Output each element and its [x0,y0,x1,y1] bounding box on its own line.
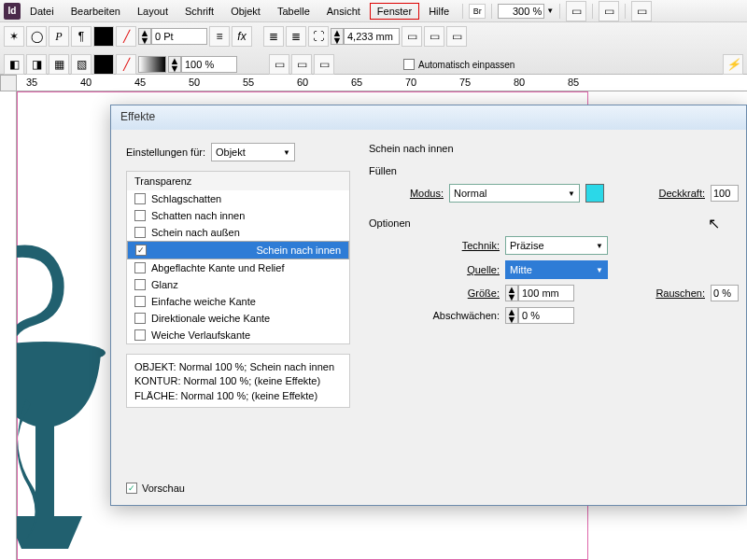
effect-kante-relief[interactable]: Abgeflachte Kante und Relief [127,259,349,276]
char-panel-icon[interactable]: P [49,26,69,47]
group-header[interactable]: Transparenz [127,172,349,190]
tool-icon[interactable]: ◯ [26,26,47,47]
tool-icon[interactable]: ▭ [269,54,289,75]
technique-select[interactable]: Präzise ▼ [505,236,608,255]
tool-icon[interactable]: ▭ [424,26,444,47]
checkbox[interactable] [134,313,146,324]
menu-hilfe[interactable]: Hilfe [421,3,457,20]
zoom-input[interactable] [498,4,544,19]
tool-icon[interactable]: ◧ [4,54,24,75]
spinner-icon[interactable]: ▲▼ [331,28,344,45]
settings-for-label: Einstellungen für: [126,147,205,158]
size-input[interactable]: ▲▼ [505,285,574,301]
fit-frame-icon[interactable]: ⛶ [308,26,329,47]
source-select[interactable]: Mitte ▼ [505,260,608,279]
chevron-down-icon[interactable]: ▼ [546,7,554,15]
chevron-down-icon: ▼ [568,189,575,198]
settings-target-select[interactable]: Objekt ▼ [211,143,295,161]
transparency-group: Transparenz Schlagschatten Schatten nach… [126,171,350,344]
checkbox[interactable] [134,210,146,221]
align-icon[interactable]: ≣ [263,26,284,47]
menu-schrift[interactable]: Schrift [177,3,221,20]
checkbox[interactable] [134,262,146,273]
spinner-icon[interactable]: ▲▼ [505,307,518,324]
chevron-down-icon: ▼ [596,266,603,274]
effect-glanz[interactable]: Glanz [127,276,349,293]
preview-checkbox[interactable]: ✓ [126,483,137,494]
menu-fenster[interactable]: Fenster [370,3,419,20]
menu-ansicht[interactable]: Ansicht [319,3,368,20]
align-icon[interactable]: ≣ [286,26,306,47]
effect-schein-innen[interactable]: ✓Schein nach innen [127,241,349,259]
noise-value[interactable] [711,285,739,301]
options-title: Optionen [369,217,731,229]
tool-icon[interactable]: ▦ [49,54,69,75]
color-swatch[interactable] [585,184,604,203]
app-icon: Id [4,3,21,20]
menubar: Id Datei Bearbeiten Layout Schrift Objek… [0,0,747,22]
arrange-button[interactable]: ▭ [631,1,652,21]
vertical-ruler [0,91,17,560]
tool-icon[interactable]: ✶ [4,26,24,47]
checkbox[interactable] [134,227,146,238]
soften-input[interactable]: ▲▼ [505,307,574,324]
fill-swatch[interactable] [93,54,114,75]
screen-mode-button[interactable]: ▭ [599,1,619,21]
effect-verlaufskante[interactable]: Weiche Verlaufskante [127,327,349,343]
mm-input[interactable] [344,28,400,45]
tool-icon[interactable]: ▭ [402,26,422,47]
stroke-weight-input[interactable] [151,28,207,45]
zoom-control[interactable]: ▼ [498,4,554,19]
tool-icon[interactable]: ▭ [314,54,334,75]
preview-checkbox-row[interactable]: ✓ Vorschau [126,483,185,494]
stroke-swatch[interactable] [93,26,114,47]
measurement[interactable]: ▲▼ [331,28,400,45]
checkbox[interactable] [134,329,146,341]
blend-mode-select[interactable]: Normal ▼ [449,184,580,203]
opacity-value[interactable] [711,185,739,202]
spinner-icon[interactable]: ▲▼ [168,56,181,73]
panel-title: Schein nach innen [369,143,731,154]
menu-tabelle[interactable]: Tabelle [270,3,317,20]
tool-icon[interactable]: ▭ [446,26,467,47]
opacity-input[interactable] [181,56,237,73]
menu-objekt[interactable]: Objekt [223,3,268,20]
spinner-icon[interactable]: ▲▼ [138,28,151,45]
separator [592,4,593,19]
spinner-icon[interactable]: ▲▼ [505,285,518,301]
checkbox[interactable]: ✓ [135,245,147,256]
auto-fit-checkbox[interactable] [403,59,415,70]
tool-icon[interactable]: ¶ [71,26,92,47]
horizontal-ruler: 35 40 45 50 55 60 65 70 75 80 85 [17,75,747,91]
dialog-title: Effekte [111,105,746,130]
separator [625,4,626,19]
soften-field[interactable] [518,307,574,324]
br-button[interactable]: Br [469,4,486,19]
size-field[interactable] [518,285,574,301]
tool-icon[interactable]: ◨ [26,54,47,75]
tool-icon[interactable]: ▭ [291,54,312,75]
effect-einfache-kante[interactable]: Einfache weiche Kante [127,293,349,310]
checkbox[interactable] [134,296,146,307]
view-mode-button[interactable]: ▭ [566,1,586,21]
no-fill-icon[interactable]: ╱ [116,54,136,75]
checkbox[interactable] [134,279,146,290]
gradient-swatch[interactable] [138,56,166,73]
checkbox[interactable] [134,193,146,204]
tool-icon[interactable]: ▧ [71,54,92,75]
menu-datei[interactable]: Datei [22,3,62,20]
flash-icon[interactable]: ⚡ [723,54,743,75]
effect-schatten-innen[interactable]: Schatten nach innen [127,207,349,224]
technique-label: Technik: [369,240,500,251]
menu-bearbeiten[interactable]: Bearbeiten [63,3,128,20]
tool-icon[interactable]: ≡ [209,26,230,47]
separator [491,4,492,19]
menu-layout[interactable]: Layout [130,3,176,20]
effect-schlagschatten[interactable]: Schlagschatten [127,190,349,207]
opacity[interactable]: ▲▼ [168,56,237,73]
effect-schein-aussen[interactable]: Schein nach außen [127,224,349,241]
no-stroke-icon[interactable]: ╱ [116,26,136,47]
effect-direktionale-kante[interactable]: Direktionale weiche Kante [127,310,349,327]
fx-icon[interactable]: fx [232,26,252,47]
stroke-weight[interactable]: ▲▼ [138,28,207,45]
